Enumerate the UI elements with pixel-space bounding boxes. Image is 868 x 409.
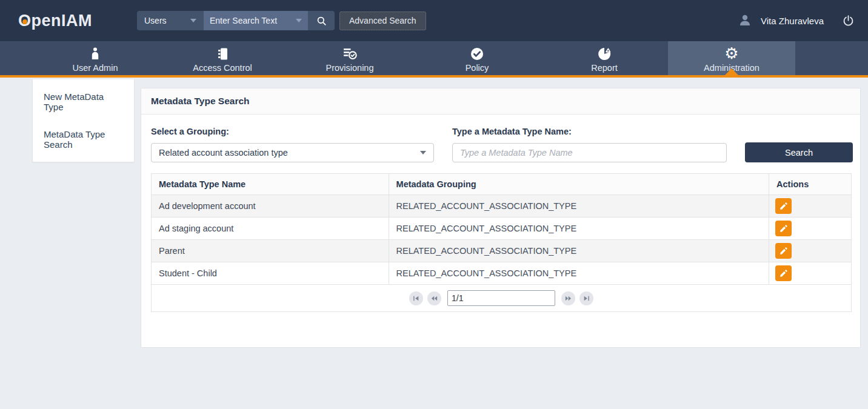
nav-label: Provisioning	[326, 63, 374, 73]
grouping-cell: RELATED_ACCOUNT_ASSOCIATION_TYPE	[389, 262, 769, 285]
pencil-icon	[779, 224, 788, 233]
provisioning-icon	[342, 45, 358, 61]
advanced-search-button[interactable]: Advanced Search	[339, 12, 426, 30]
logo-orange-dot	[22, 19, 27, 24]
advanced-search-label: Advanced Search	[349, 16, 416, 25]
policy-icon	[470, 45, 484, 61]
search-icon	[316, 15, 327, 27]
type-name-cell: Ad development account	[152, 195, 389, 218]
column-header-actions: Actions	[769, 174, 852, 195]
search-form: Select a Grouping: Related account assoc…	[151, 127, 850, 162]
type-name-field-group: Type a Metadata Type Name:	[452, 127, 727, 162]
grouping-cell: RELATED_ACCOUNT_ASSOCIATION_TYPE	[389, 195, 769, 218]
last-page-icon	[583, 294, 590, 302]
search-button-group: Search	[745, 142, 853, 162]
metadata-type-search-panel: Metadata Type Search Select a Grouping: …	[141, 88, 861, 348]
chevron-down-icon	[420, 151, 426, 155]
column-header-grouping: Metadata Grouping	[389, 174, 769, 195]
grouping-select[interactable]: Related account association type	[151, 143, 434, 162]
grouping-selected-value: Related account association type	[159, 148, 288, 158]
nav-label: Administration	[704, 63, 760, 73]
page-title: Metadata Type Search	[141, 88, 860, 115]
nav-label: Report	[591, 63, 618, 73]
table-row: Parent RELATED_ACCOUNT_ASSOCIATION_TYPE	[152, 240, 852, 262]
table-row: Ad development account RELATED_ACCOUNT_A…	[152, 195, 852, 218]
pagination-row	[152, 285, 852, 312]
type-name-label: Type a Metadata Type Name:	[452, 127, 727, 136]
search-type-select[interactable]: Users	[137, 11, 204, 30]
pencil-icon	[779, 269, 788, 278]
report-icon	[597, 45, 612, 61]
previous-page-icon	[430, 294, 438, 302]
user-name[interactable]: Vita Zhuravleva	[761, 16, 824, 26]
grouping-cell: RELATED_ACCOUNT_ASSOCIATION_TYPE	[389, 218, 769, 240]
type-name-input[interactable]	[452, 143, 727, 162]
search-button[interactable]: Search	[745, 142, 853, 162]
table-header-row: Metadata Type Name Metadata Grouping Act…	[152, 174, 852, 195]
user-admin-icon	[88, 45, 102, 61]
nav-label: User Admin	[73, 63, 118, 73]
power-icon	[842, 15, 855, 27]
chevron-down-icon	[190, 19, 196, 22]
nav-item-user-admin[interactable]: User Admin	[32, 41, 159, 75]
type-name-cell: Parent	[152, 240, 389, 262]
edit-button[interactable]	[775, 221, 792, 236]
nav-item-policy[interactable]: Policy	[413, 41, 541, 75]
table-row: Student - Child RELATED_ACCOUNT_ASSOCIAT…	[152, 262, 852, 285]
global-search-group: Users	[137, 11, 335, 30]
brand-text: OpenIAM	[18, 12, 92, 30]
pagination	[159, 290, 844, 306]
first-page-icon	[412, 294, 420, 302]
edit-button[interactable]	[775, 265, 792, 281]
next-page-icon	[564, 294, 572, 302]
openiam-logo: OpenIAM	[18, 12, 92, 30]
edit-button[interactable]	[775, 243, 792, 259]
global-search-input[interactable]	[210, 16, 289, 25]
top-bar: OpenIAM Users Advanced Search Vita Zhura…	[0, 0, 868, 41]
grouping-field-group: Select a Grouping: Related account assoc…	[151, 127, 434, 162]
nav-label: Access Control	[193, 63, 252, 73]
table-row: Ad staging account RELATED_ACCOUNT_ASSOC…	[152, 218, 852, 240]
search-type-value: Users	[144, 16, 167, 25]
metadata-sidebar: New MetaData Type MetaData Type Search	[32, 79, 135, 162]
nav-item-access-control[interactable]: Access Control	[159, 41, 286, 75]
grouping-label: Select a Grouping:	[151, 127, 434, 136]
type-name-cell: Student - Child	[152, 262, 389, 285]
administration-gear-icon: ⚙	[724, 45, 738, 61]
avatar[interactable]	[738, 13, 752, 28]
type-name-cell: Ad staging account	[152, 218, 389, 240]
global-search-field-wrap	[204, 11, 308, 30]
nav-item-provisioning[interactable]: Provisioning	[286, 41, 413, 75]
nav-item-report[interactable]: Report	[541, 41, 668, 75]
search-submit-button[interactable]	[308, 11, 335, 30]
metadata-results-table: Metadata Type Name Metadata Grouping Act…	[151, 173, 852, 312]
next-page-button[interactable]	[561, 291, 575, 305]
last-page-button[interactable]	[579, 291, 593, 305]
nav-item-administration[interactable]: ⚙ Administration	[668, 41, 795, 75]
grouping-cell: RELATED_ACCOUNT_ASSOCIATION_TYPE	[389, 240, 769, 262]
user-area: Vita Zhuravleva	[738, 13, 855, 28]
access-control-icon	[215, 45, 230, 61]
previous-page-button[interactable]	[427, 291, 441, 305]
edit-button[interactable]	[775, 198, 792, 214]
first-page-button[interactable]	[409, 291, 423, 305]
main-nav: User Admin Access Control Provisioning	[0, 41, 868, 78]
sidebar-item-new-metadata-type[interactable]: New MetaData Type	[33, 83, 134, 121]
column-header-type-name: Metadata Type Name	[152, 174, 389, 195]
pencil-icon	[779, 247, 788, 256]
sidebar-item-metadata-type-search[interactable]: MetaData Type Search	[33, 121, 134, 158]
nav-label: Policy	[466, 63, 489, 73]
page-indicator-input[interactable]	[447, 290, 555, 306]
chevron-down-icon	[296, 19, 302, 22]
pencil-icon	[779, 202, 788, 211]
logout-button[interactable]	[842, 15, 855, 27]
